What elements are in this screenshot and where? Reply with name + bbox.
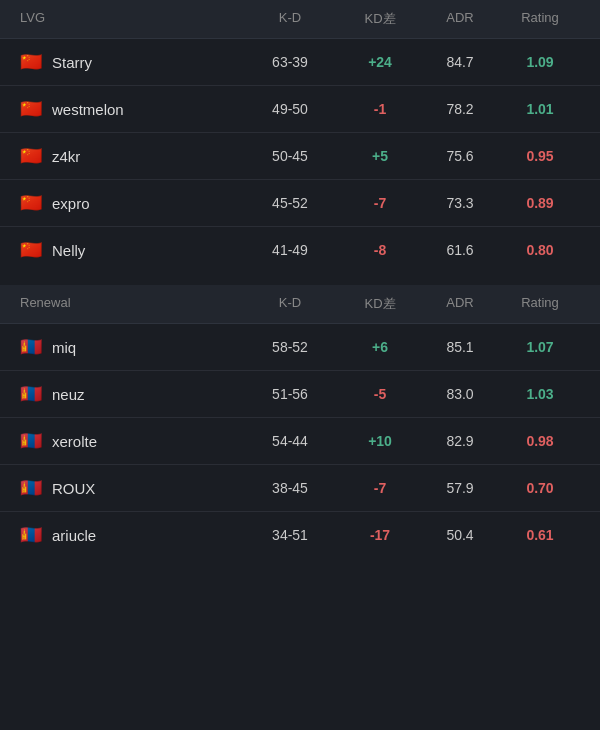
player-name-cell: 🇨🇳expro (20, 194, 240, 212)
kd-value: 34-51 (240, 527, 340, 543)
player-name: ROUX (52, 480, 95, 497)
player-name: neuz (52, 386, 85, 403)
rating-value: 1.01 (500, 101, 580, 117)
team-section-renewal: RenewalK-DKD差ADRRating🇲🇳miq58-52+685.11.… (0, 285, 600, 558)
player-name-cell: 🇲🇳miq (20, 338, 240, 356)
kd-value: 63-39 (240, 54, 340, 70)
player-name-cell: 🇨🇳westmelon (20, 100, 240, 118)
header-k-d: K-D (240, 10, 340, 28)
adr-value: 85.1 (420, 339, 500, 355)
kd-diff-value: -1 (340, 101, 420, 117)
flag-icon: 🇨🇳 (20, 53, 42, 71)
kd-value: 38-45 (240, 480, 340, 496)
kd-diff-value: +10 (340, 433, 420, 449)
adr-value: 73.3 (420, 195, 500, 211)
kd-diff-value: +5 (340, 148, 420, 164)
player-name: Nelly (52, 242, 85, 259)
table-row: 🇲🇳ROUX38-45-757.90.70 (0, 465, 600, 512)
kd-diff-value: -8 (340, 242, 420, 258)
header-adr: ADR (420, 10, 500, 28)
table-row: 🇨🇳westmelon49-50-178.21.01 (0, 86, 600, 133)
flag-icon: 🇨🇳 (20, 100, 42, 118)
table-row: 🇲🇳xerolte54-44+1082.90.98 (0, 418, 600, 465)
rating-value: 1.09 (500, 54, 580, 70)
flag-icon: 🇲🇳 (20, 526, 42, 544)
section-divider (0, 273, 600, 285)
flag-icon: 🇨🇳 (20, 241, 42, 259)
adr-value: 83.0 (420, 386, 500, 402)
table-row: 🇨🇳expro45-52-773.30.89 (0, 180, 600, 227)
player-name-cell: 🇲🇳neuz (20, 385, 240, 403)
adr-value: 57.9 (420, 480, 500, 496)
kd-diff-value: -7 (340, 480, 420, 496)
kd-diff-value: -17 (340, 527, 420, 543)
team-section-lvg: LVGK-DKD差ADRRating🇨🇳Starry63-39+2484.71.… (0, 0, 600, 273)
player-name: ariucle (52, 527, 96, 544)
player-name-cell: 🇲🇳ariucle (20, 526, 240, 544)
kd-value: 49-50 (240, 101, 340, 117)
kd-value: 54-44 (240, 433, 340, 449)
rating-value: 0.80 (500, 242, 580, 258)
table-header: RenewalK-DKD差ADRRating (0, 285, 600, 324)
kd-diff-value: +24 (340, 54, 420, 70)
table-row: 🇲🇳neuz51-56-583.01.03 (0, 371, 600, 418)
player-name-cell: 🇨🇳Nelly (20, 241, 240, 259)
kd-diff-value: -7 (340, 195, 420, 211)
header-rating: Rating (500, 295, 580, 313)
adr-value: 75.6 (420, 148, 500, 164)
header-rating: Rating (500, 10, 580, 28)
kd-value: 45-52 (240, 195, 340, 211)
rating-value: 0.89 (500, 195, 580, 211)
adr-value: 50.4 (420, 527, 500, 543)
player-name: westmelon (52, 101, 124, 118)
player-name-cell: 🇲🇳xerolte (20, 432, 240, 450)
rating-value: 0.61 (500, 527, 580, 543)
flag-icon: 🇲🇳 (20, 479, 42, 497)
adr-value: 84.7 (420, 54, 500, 70)
adr-value: 82.9 (420, 433, 500, 449)
table-row: 🇲🇳miq58-52+685.11.07 (0, 324, 600, 371)
flag-icon: 🇨🇳 (20, 194, 42, 212)
header-renewal: Renewal (20, 295, 240, 313)
kd-diff-value: +6 (340, 339, 420, 355)
player-name: z4kr (52, 148, 80, 165)
kd-value: 51-56 (240, 386, 340, 402)
flag-icon: 🇨🇳 (20, 147, 42, 165)
rating-value: 0.98 (500, 433, 580, 449)
table-row: 🇨🇳z4kr50-45+575.60.95 (0, 133, 600, 180)
player-name: expro (52, 195, 90, 212)
kd-value: 50-45 (240, 148, 340, 164)
table-header: LVGK-DKD差ADRRating (0, 0, 600, 39)
adr-value: 61.6 (420, 242, 500, 258)
player-name-cell: 🇨🇳Starry (20, 53, 240, 71)
header-kd差: KD差 (340, 295, 420, 313)
player-name: xerolte (52, 433, 97, 450)
flag-icon: 🇲🇳 (20, 432, 42, 450)
flag-icon: 🇲🇳 (20, 338, 42, 356)
rating-value: 0.70 (500, 480, 580, 496)
kd-value: 41-49 (240, 242, 340, 258)
player-name: Starry (52, 54, 92, 71)
player-name-cell: 🇲🇳ROUX (20, 479, 240, 497)
rating-value: 0.95 (500, 148, 580, 164)
kd-value: 58-52 (240, 339, 340, 355)
player-name: miq (52, 339, 76, 356)
player-name-cell: 🇨🇳z4kr (20, 147, 240, 165)
header-kd差: KD差 (340, 10, 420, 28)
flag-icon: 🇲🇳 (20, 385, 42, 403)
header-lvg: LVG (20, 10, 240, 28)
kd-diff-value: -5 (340, 386, 420, 402)
table-row: 🇨🇳Starry63-39+2484.71.09 (0, 39, 600, 86)
table-row: 🇨🇳Nelly41-49-861.60.80 (0, 227, 600, 273)
table-row: 🇲🇳ariucle34-51-1750.40.61 (0, 512, 600, 558)
adr-value: 78.2 (420, 101, 500, 117)
header-adr: ADR (420, 295, 500, 313)
header-k-d: K-D (240, 295, 340, 313)
rating-value: 1.07 (500, 339, 580, 355)
rating-value: 1.03 (500, 386, 580, 402)
